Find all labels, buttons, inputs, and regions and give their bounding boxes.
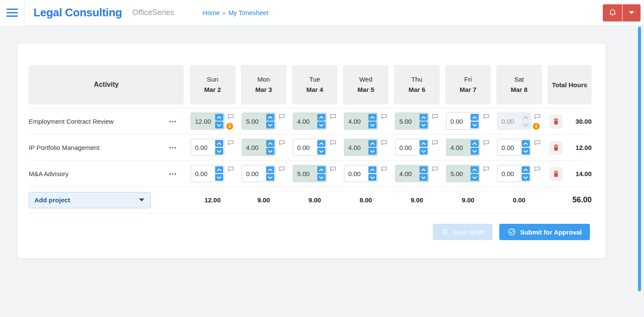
decrement-icon[interactable]: [471, 174, 479, 181]
hours-value[interactable]: [293, 144, 316, 151]
hours-input[interactable]: [344, 165, 378, 182]
hours-value[interactable]: [293, 118, 316, 125]
decrement-icon[interactable]: [266, 174, 274, 181]
comment-bubble-icon[interactable]: [228, 140, 234, 146]
hours-input[interactable]: [191, 165, 225, 182]
increment-icon[interactable]: [471, 114, 479, 121]
decrement-icon[interactable]: [215, 174, 223, 181]
row-options-icon[interactable]: ⋯: [169, 170, 178, 178]
hours-value[interactable]: [447, 144, 469, 151]
hours-value[interactable]: [344, 144, 367, 151]
comment-bubble-icon[interactable]: [534, 140, 541, 146]
comment-bubble-icon[interactable]: [483, 114, 489, 119]
hours-input[interactable]: [242, 113, 276, 130]
hours-input[interactable]: [191, 113, 225, 130]
hours-input[interactable]: [293, 165, 327, 182]
comment-bubble-icon[interactable]: [330, 114, 336, 119]
increment-icon[interactable]: [266, 140, 274, 147]
hours-input[interactable]: [344, 139, 378, 156]
hours-value[interactable]: [191, 118, 213, 125]
delete-row-button[interactable]: [550, 167, 562, 181]
hours-value[interactable]: [395, 118, 418, 125]
increment-icon[interactable]: [419, 114, 428, 121]
comment-bubble-icon[interactable]: [279, 140, 285, 146]
comment-bubble-icon[interactable]: [381, 114, 387, 119]
breadcrumb-current-link[interactable]: My Timesheet: [228, 9, 268, 16]
increment-icon[interactable]: [368, 166, 377, 173]
hours-value[interactable]: [395, 170, 418, 177]
decrement-icon[interactable]: [317, 148, 325, 155]
hamburger-menu-icon[interactable]: [0, 0, 24, 26]
increment-icon[interactable]: [266, 114, 274, 121]
submit-for-approval-button[interactable]: Submit for Approval: [499, 224, 590, 240]
row-options-icon[interactable]: ⋯: [169, 117, 178, 125]
comment-bubble-icon[interactable]: [228, 114, 234, 119]
increment-icon[interactable]: [317, 166, 325, 173]
decrement-icon[interactable]: [368, 148, 377, 155]
comment-bubble-icon[interactable]: [279, 114, 285, 119]
hours-value[interactable]: [447, 170, 469, 177]
hours-input[interactable]: [497, 139, 531, 156]
decrement-icon[interactable]: [266, 148, 274, 155]
decrement-icon[interactable]: [522, 148, 530, 155]
increment-icon[interactable]: [471, 166, 479, 173]
hours-value[interactable]: [293, 170, 316, 177]
increment-icon[interactable]: [522, 140, 530, 147]
comment-bubble-icon[interactable]: [534, 166, 541, 172]
increment-icon[interactable]: [215, 166, 223, 173]
hours-input[interactable]: [395, 139, 429, 156]
hours-input[interactable]: [242, 165, 276, 182]
decrement-icon[interactable]: [317, 122, 325, 128]
hours-input[interactable]: [293, 139, 327, 156]
increment-icon[interactable]: [368, 114, 377, 121]
scrollbar-thumb[interactable]: [638, 27, 641, 291]
add-project-dropdown[interactable]: Add project: [29, 192, 151, 208]
hours-value[interactable]: [498, 170, 520, 177]
hours-value[interactable]: [191, 170, 213, 177]
comment-bubble-icon[interactable]: [381, 140, 387, 146]
hours-value[interactable]: [242, 144, 264, 151]
increment-icon[interactable]: [317, 140, 325, 147]
decrement-icon[interactable]: [471, 148, 479, 155]
increment-icon[interactable]: [368, 140, 377, 147]
comment-bubble-icon[interactable]: [279, 166, 285, 172]
decrement-icon[interactable]: [522, 174, 530, 181]
comment-bubble-icon[interactable]: [432, 166, 438, 172]
hours-input[interactable]: [344, 113, 378, 130]
increment-icon[interactable]: [522, 166, 530, 173]
hours-input[interactable]: [191, 139, 225, 156]
hours-input[interactable]: [395, 113, 429, 130]
comment-bubble-icon[interactable]: [330, 166, 336, 172]
delete-row-button[interactable]: [550, 115, 562, 128]
increment-icon[interactable]: [471, 140, 479, 147]
comment-bubble-icon[interactable]: [228, 166, 234, 172]
hours-input[interactable]: [497, 165, 531, 182]
comment-bubble-icon[interactable]: [483, 140, 489, 146]
hours-input[interactable]: [242, 139, 276, 156]
increment-icon[interactable]: [419, 166, 428, 173]
comment-bubble-icon[interactable]: [381, 166, 387, 172]
increment-icon[interactable]: [266, 166, 274, 173]
hours-input[interactable]: [446, 139, 480, 156]
decrement-icon[interactable]: [419, 122, 428, 128]
increment-icon[interactable]: [215, 140, 223, 147]
delete-row-button[interactable]: [550, 141, 562, 155]
decrement-icon[interactable]: [419, 148, 428, 155]
user-menu-button[interactable]: [623, 4, 641, 21]
hours-input[interactable]: [446, 113, 480, 130]
hours-value[interactable]: [498, 144, 520, 151]
increment-icon[interactable]: [215, 114, 223, 121]
hours-value[interactable]: [242, 170, 264, 177]
hours-input[interactable]: [293, 113, 327, 130]
decrement-icon[interactable]: [266, 122, 274, 128]
hours-input[interactable]: [395, 165, 429, 182]
comment-bubble-icon[interactable]: [432, 114, 438, 119]
row-options-icon[interactable]: ⋯: [169, 143, 178, 152]
decrement-icon[interactable]: [215, 122, 223, 128]
hours-value[interactable]: [395, 144, 418, 151]
hours-input[interactable]: [446, 165, 480, 182]
increment-icon[interactable]: [419, 140, 428, 147]
decrement-icon[interactable]: [368, 122, 377, 128]
notifications-button[interactable]: [603, 4, 623, 21]
increment-icon[interactable]: [317, 114, 325, 121]
